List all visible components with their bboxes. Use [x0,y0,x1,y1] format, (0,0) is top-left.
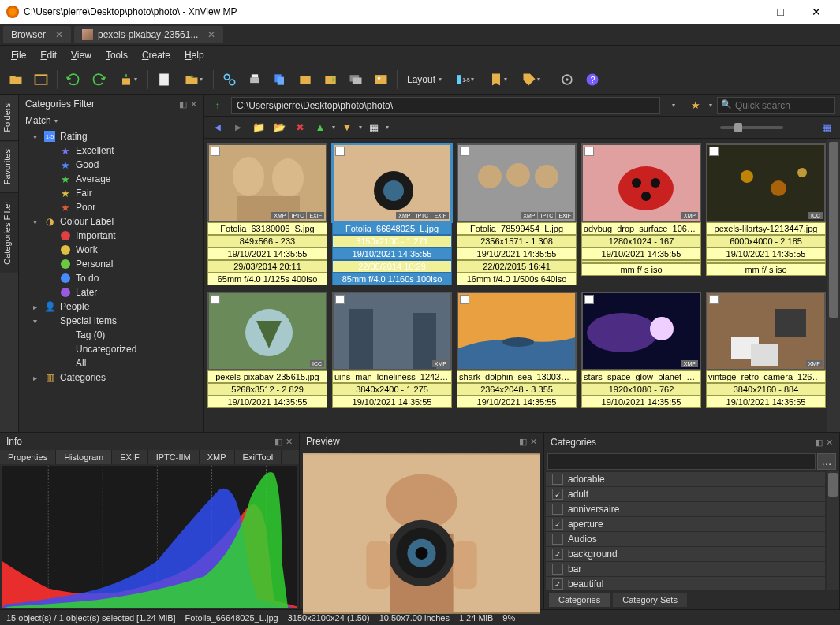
page-button[interactable] [153,69,175,91]
quick-search-input[interactable] [717,97,835,114]
info-tab-iptc-iim[interactable]: IPTC-IIM [148,450,200,464]
thumb-image[interactable]: XMP [332,292,452,370]
grid-toggle-icon[interactable]: ▦ [818,119,835,136]
slideshow-button[interactable] [345,69,367,91]
tree-item-fair[interactable]: ★Fair [19,186,203,200]
bookmarks-button[interactable]: ▾ [483,69,513,91]
float-icon[interactable]: ◧ [519,437,527,447]
float-icon[interactable]: ◧ [274,437,282,447]
tree-item-excellent[interactable]: ★Excellent [19,143,203,158]
tree-item-average[interactable]: ★Average [19,172,203,186]
close-icon[interactable]: ✕ [55,29,63,40]
float-icon[interactable]: ◧ [179,99,187,110]
category-item-adult[interactable]: ✓adult [546,487,825,501]
close-panel-icon[interactable]: ✕ [190,99,197,110]
export-button[interactable] [319,69,342,91]
rotate-button[interactable]: ▾ [113,69,143,91]
close-button[interactable]: ✕ [798,0,834,24]
tree-item-people[interactable]: ▸👤People [19,299,203,314]
tab-categories[interactable]: Categories [549,593,610,607]
up-arrow-icon[interactable]: ↑ [209,97,226,114]
category-item-adorable[interactable]: adorable [546,472,825,486]
thumb-checkbox[interactable] [335,295,345,304]
convert-button[interactable] [294,69,316,91]
thumb-image[interactable]: XMPIPTCEXIF [332,143,452,222]
tree-item-uncategorized[interactable]: Uncategorized [19,342,203,356]
thumb-cell[interactable]: XMP stars_space_glow_planet_99... 1920x1… [581,292,701,408]
forward-button[interactable]: ► [230,119,247,136]
delete-button[interactable]: ✖ [291,119,308,136]
open-folder-button[interactable]: 📁 [250,119,267,136]
category-item-anniversaire[interactable]: anniversaire [546,502,825,516]
thumb-image[interactable]: XMP [581,292,701,370]
search-button[interactable] [218,69,241,91]
tree-item-tag-0-[interactable]: Tag (0) [19,328,203,342]
sidetab-favorites[interactable]: Favorites [0,140,18,192]
tab-image[interactable]: pexels-pixabay-23561... ✕ [74,26,223,43]
sidetab-folders[interactable]: Folders [0,95,18,140]
category-item-background[interactable]: ✓background [546,547,825,561]
category-checkbox[interactable] [552,474,563,485]
thumb-image[interactable] [457,292,577,370]
category-checkbox[interactable] [552,564,563,575]
tree-item-important[interactable]: Important [19,229,203,243]
sidetab-categories-filter[interactable]: Categories Filter [0,192,18,273]
thumb-image[interactable]: ICC [706,143,826,222]
category-checkbox[interactable]: ✓ [552,549,563,560]
thumb-image[interactable]: XMP [706,292,826,370]
thumb-image[interactable]: ICC [207,292,327,370]
star-dropdown[interactable]: ▾ [709,102,712,109]
thumb-image[interactable]: XMPIPTCEXIF [457,143,577,222]
open-button[interactable] [5,69,27,91]
thumb-cell[interactable]: XMPIPTCEXIF Fotolia_63180006_S.jpg 849x5… [207,143,327,285]
back-button[interactable]: ◄ [209,119,226,136]
minimize-button[interactable]: — [727,0,763,24]
menu-edit[interactable]: Edit [34,48,63,62]
thumb-cell[interactable]: XMPIPTCEXIF Fotolia_78599454_L.jpg 2356x… [457,143,577,285]
fullscreen-button[interactable] [30,69,52,91]
close-panel-icon[interactable]: ✕ [826,437,833,448]
thumb-cell[interactable]: shark_dolphin_sea_130036_... 2364x2048 -… [457,292,577,408]
sort-button[interactable]: 1-5▾ [450,69,480,91]
thumb-size-slider[interactable] [392,126,815,129]
thumb-checkbox[interactable] [709,147,719,156]
refresh-ccw-button[interactable] [62,69,84,91]
tree-item-colour-label[interactable]: ▾◑Colour Label [19,214,203,229]
maximize-button[interactable]: □ [763,0,798,24]
close-panel-icon[interactable]: ✕ [286,437,293,447]
tree-item-good[interactable]: ★Good [19,158,203,172]
close-panel-icon[interactable]: ✕ [530,437,537,447]
thumb-image[interactable]: XMP [581,143,701,222]
tag-dropdown[interactable]: ▾ [516,69,546,91]
tree-item-rating[interactable]: ▾1-5Rating [19,129,203,143]
path-input[interactable] [231,97,660,114]
up-level-button[interactable]: ▲ [312,119,329,136]
thumb-image[interactable]: XMPIPTCEXIF [207,143,327,222]
tab-browser[interactable]: Browser ✕ [3,26,71,43]
path-dropdown-icon[interactable]: ▾ [665,97,682,114]
thumb-checkbox[interactable] [211,147,220,156]
category-checkbox[interactable]: ✓ [552,489,563,500]
layout-dropdown[interactable]: Layout▾ [402,74,446,85]
category-checkbox[interactable]: ✓ [552,519,563,530]
category-item-beautiful[interactable]: ✓beautiful [546,577,825,590]
scrollbar[interactable] [827,139,840,432]
thumb-checkbox[interactable] [460,295,469,304]
thumb-checkbox[interactable] [335,147,345,156]
image-button[interactable] [370,69,392,91]
match-dropdown[interactable]: Match ▾ [19,113,203,128]
category-item-audios[interactable]: Audios [546,532,825,546]
info-tab-exiftool[interactable]: ExifTool [235,450,282,464]
help-button[interactable]: ? [581,69,603,91]
category-more-button[interactable]: … [817,453,836,470]
refresh-cw-button[interactable] [88,69,110,91]
thumb-cell[interactable]: XMP uins_man_loneliness_12427... 3840x24… [332,292,452,408]
info-tab-xmp[interactable]: XMP [200,450,235,464]
float-icon[interactable]: ◧ [815,437,823,448]
category-item-bar[interactable]: bar [546,562,825,576]
tree-item-categories[interactable]: ▸▥Categories [19,370,203,385]
tab-category-sets[interactable]: Category Sets [613,593,687,607]
thumb-checkbox[interactable] [709,295,719,304]
tree-item-later[interactable]: Later [19,285,203,299]
filter-button[interactable]: ▼ [338,119,356,136]
